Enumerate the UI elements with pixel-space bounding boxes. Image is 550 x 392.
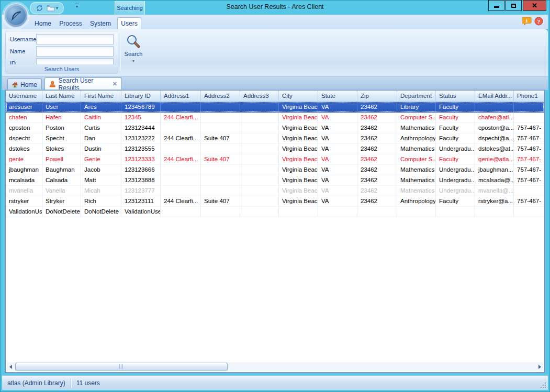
table-cell[interactable]: 23462 [357, 133, 397, 144]
table-cell[interactable]: Virginia Beach [279, 154, 318, 165]
column-header-phone1[interactable]: Phone1 [514, 91, 545, 102]
table-cell[interactable] [240, 154, 279, 165]
table-row[interactable]: mvanellaVanellaMicah123123777Virginia Be… [6, 186, 544, 196]
table-cell[interactable]: dspecht [6, 133, 42, 144]
table-cell[interactable] [436, 207, 475, 217]
table-cell[interactable] [201, 165, 240, 175]
table-cell[interactable]: Computer S... [397, 113, 436, 123]
table-row[interactable]: dstokesStokesDustin123123555Virginia Bea… [6, 144, 544, 154]
table-row[interactable]: geniePowellGenie123123333244 Clearfi...S… [6, 154, 544, 165]
table-cell[interactable] [240, 113, 279, 123]
table-cell[interactable]: cposton@a... [475, 123, 514, 133]
table-cell[interactable]: VA [318, 196, 357, 207]
table-cell[interactable]: 12345 [121, 113, 161, 123]
table-cell[interactable]: Anthropology [397, 196, 436, 207]
table-cell[interactable]: chafen@atl... [475, 113, 514, 123]
table-cell[interactable] [161, 186, 201, 196]
table-cell[interactable]: Mathematics [397, 175, 436, 186]
ribbon-tab-process[interactable]: Process [57, 17, 85, 29]
table-row[interactable]: ValidationUserDoNotDeleteDoNotDeleteVali… [6, 207, 544, 217]
table-row[interactable]: cpostonPostonCurtis123123444Virginia Bea… [6, 123, 544, 133]
minimize-button[interactable] [488, 0, 504, 11]
table-cell[interactable]: 757-467- [514, 165, 545, 175]
table-cell[interactable]: Mathematics [397, 144, 436, 154]
table-cell[interactable]: 123123333 [121, 154, 161, 165]
table-cell[interactable]: Undergradu... [436, 165, 475, 175]
table-cell[interactable]: dspecht@a... [475, 133, 514, 144]
column-header-status[interactable]: Status [436, 91, 475, 102]
table-cell[interactable]: 123123444 [121, 123, 161, 133]
table-cell[interactable] [161, 165, 201, 175]
table-cell[interactable]: Virginia Beach [279, 186, 318, 196]
table-cell[interactable] [240, 123, 279, 133]
column-header-last-name[interactable]: Last Name [42, 91, 81, 102]
column-header-zip[interactable]: Zip [357, 91, 397, 102]
table-cell[interactable]: 123123777 [121, 186, 161, 196]
username-field[interactable] [36, 34, 114, 44]
table-row[interactable]: rstrykerStrykerRich123123111244 Clearfi.… [6, 196, 544, 207]
table-cell[interactable] [240, 207, 279, 217]
column-header-email-addr-[interactable]: EMail Addr... [475, 91, 514, 102]
table-cell[interactable]: VA [318, 165, 357, 175]
table-cell[interactable]: Faculty [436, 154, 475, 165]
table-cell[interactable]: Computer S... [397, 154, 436, 165]
table-cell[interactable]: Undergradu... [436, 186, 475, 196]
table-cell[interactable]: Suite 407 [201, 154, 240, 165]
table-cell[interactable]: Library [397, 102, 436, 113]
table-cell[interactable]: 244 Clearfi... [161, 154, 201, 165]
table-cell[interactable]: Stokes [42, 144, 81, 154]
table-cell[interactable]: mvanella [6, 186, 42, 196]
table-cell[interactable]: jbaughman [6, 165, 42, 175]
column-header-state[interactable]: State [318, 91, 357, 102]
qat-overflow-button[interactable]: ▾ [75, 4, 79, 9]
tab-close-icon[interactable]: ✕ [113, 81, 117, 87]
table-cell[interactable] [201, 144, 240, 154]
table-cell[interactable] [240, 175, 279, 186]
search-button[interactable]: Search ▾ [121, 31, 145, 73]
table-cell[interactable]: 123123888 [121, 175, 161, 186]
table-row[interactable]: jbaughmanBaughmanJacob123123666Virginia … [6, 165, 544, 175]
table-cell[interactable]: VA [318, 186, 357, 196]
table-cell[interactable]: chafen [6, 113, 42, 123]
ribbon-tab-users[interactable]: Users [117, 17, 141, 29]
close-button[interactable]: ✕ [523, 0, 546, 11]
table-cell[interactable]: Virginia Beach [279, 196, 318, 207]
table-cell[interactable]: Caitlin [81, 113, 121, 123]
table-cell[interactable]: 244 Clearfi... [161, 133, 201, 144]
table-cell[interactable]: 23462 [357, 165, 397, 175]
table-cell[interactable]: Faculty [436, 102, 475, 113]
table-cell[interactable]: Jacob [81, 165, 121, 175]
table-cell[interactable]: Mathematics [397, 123, 436, 133]
table-cell[interactable]: Ares [81, 102, 121, 113]
table-cell[interactable]: Virginia Beach [279, 113, 318, 123]
table-cell[interactable]: mcalsada@... [475, 175, 514, 186]
table-cell[interactable] [240, 144, 279, 154]
table-row[interactable]: aresuserUserAres123456789Virginia BeachV… [6, 102, 544, 113]
table-cell[interactable]: Mathematics [397, 186, 436, 196]
table-cell[interactable]: Mathematics [397, 165, 436, 175]
table-cell[interactable] [240, 133, 279, 144]
table-cell[interactable]: Virginia Beach [279, 102, 318, 113]
table-cell[interactable]: VA [318, 144, 357, 154]
table-row[interactable]: chafenHafenCaitlin12345244 Clearfi...Vir… [6, 113, 544, 123]
table-cell[interactable] [475, 102, 514, 113]
table-row[interactable]: dspechtSpechtDan123123222244 Clearfi...S… [6, 133, 544, 144]
table-cell[interactable]: Virginia Beach [279, 133, 318, 144]
title-bar[interactable]: Search User Results - Ares Client Search… [0, 0, 550, 15]
table-cell[interactable] [240, 196, 279, 207]
table-cell[interactable] [201, 113, 240, 123]
table-cell[interactable] [161, 175, 201, 186]
table-cell[interactable]: Matt [81, 175, 121, 186]
table-cell[interactable]: VA [318, 154, 357, 165]
table-cell[interactable]: 23462 [357, 154, 397, 165]
resize-grip[interactable] [540, 382, 546, 388]
table-cell[interactable]: cposton [6, 123, 42, 133]
scroll-right-button[interactable] [536, 362, 543, 371]
table-cell[interactable] [240, 165, 279, 175]
table-cell[interactable] [318, 207, 357, 217]
tab-home[interactable]: Home [7, 79, 42, 90]
column-header-city[interactable]: City [279, 91, 318, 102]
name-field[interactable] [36, 46, 114, 57]
table-cell[interactable]: Virginia Beach [279, 144, 318, 154]
table-cell[interactable]: VA [318, 102, 357, 113]
